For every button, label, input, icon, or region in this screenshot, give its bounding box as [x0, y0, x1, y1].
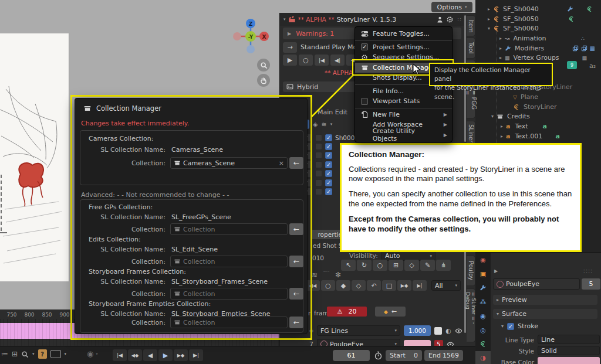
material-users-field[interactable]: 5	[582, 278, 600, 290]
gear-icon[interactable]	[446, 16, 454, 23]
tab-object-icon[interactable]: ▣	[475, 268, 491, 280]
grid-select-icon[interactable]: ⊞	[12, 350, 18, 358]
outliner-row[interactable]: ▾ SF_Sh0060	[475, 23, 601, 33]
record-icon[interactable]: ◉	[87, 349, 93, 358]
outliner-row[interactable]: ▸ a Text.001 a	[475, 131, 601, 141]
swatch-checkbox[interactable]	[315, 179, 322, 186]
refresh-tool-button[interactable]: ↻	[357, 260, 372, 271]
collapse-icon[interactable]: ▾	[488, 114, 497, 119]
key-diamond-button[interactable]: ◆	[336, 280, 350, 291]
play-button[interactable]: ▶	[158, 349, 173, 361]
chevron-down-icon[interactable]: ▾	[65, 352, 67, 356]
collection-input[interactable]: Collection	[170, 256, 288, 267]
base-color-swatch[interactable]	[538, 357, 600, 364]
restore-collection-button[interactable]: ←	[289, 288, 303, 300]
goto-key-button[interactable]: ◆ ←	[375, 307, 406, 317]
collection-input[interactable]: Collection	[170, 223, 288, 235]
tab-physics-icon[interactable]: ◉	[475, 310, 491, 322]
expand-icon[interactable]: ▸	[498, 124, 506, 129]
dot-button[interactable]: ○	[321, 280, 335, 291]
prev-mode-button[interactable]: →	[283, 42, 297, 53]
menu-item-feature-toggles[interactable]: Feature Toggles...	[355, 29, 452, 39]
surface-section-header[interactable]: ▾ Surface	[493, 309, 597, 319]
material-slot[interactable]: PoulpeEye	[493, 278, 580, 290]
menu-item-project-settings[interactable]: ✓ Project Settings...	[355, 42, 452, 53]
outliner-row[interactable]: ▸ SF_Sh0050	[475, 14, 601, 24]
window-icon[interactable]	[50, 350, 61, 358]
line-type-dropdown[interactable]: Line	[538, 335, 600, 344]
swatch-enabled-checkbox[interactable]: ✓	[325, 134, 332, 141]
swatch-enabled-checkbox[interactable]: ✓	[325, 161, 332, 168]
outliner-row[interactable]: ▸ ▦ Vertex Groups ▦	[475, 53, 601, 63]
start-frame-field[interactable]: Start 0	[386, 350, 422, 361]
swatch-enabled-checkbox[interactable]: ✓	[325, 188, 332, 195]
drag-dots-icon[interactable]: ::::	[583, 268, 593, 274]
swatch-checkbox[interactable]	[315, 134, 322, 141]
drag-dots-icon[interactable]: ::	[457, 16, 462, 22]
jump-start-button[interactable]: |◀	[315, 55, 329, 66]
undo-button[interactable]: ↶	[367, 280, 381, 291]
hybrid-row[interactable]: Hybrid	[283, 81, 360, 92]
jump-end-button[interactable]: ▶|	[413, 280, 427, 291]
restore-collection-button[interactable]: ←	[289, 317, 303, 328]
menu-item-new-file[interactable]: New File ▶	[355, 110, 452, 120]
eye-icon[interactable]	[455, 327, 462, 335]
tab-tool[interactable]: Tool	[467, 38, 475, 59]
circle-tool-button[interactable]: ○	[373, 260, 387, 271]
style-dropdown[interactable]: Solid	[538, 346, 600, 355]
outliner-row[interactable]: ▸ ↝ Animation ∴	[475, 33, 601, 43]
swatch-checkbox[interactable]	[315, 170, 322, 177]
swatch-enabled-checkbox[interactable]: ✓	[325, 143, 332, 150]
tab-poulpy[interactable]: Poulpy	[467, 256, 475, 286]
onion-skin-icon[interactable]: ≋	[312, 271, 318, 279]
collapse-icon[interactable]: ▾	[501, 324, 504, 329]
opacity-slider[interactable]: 1.000	[404, 325, 431, 336]
diamond-icon[interactable]: ◈	[313, 121, 318, 128]
jump-end-button[interactable]: ▶|	[189, 349, 203, 361]
expand-icon[interactable]: ▸	[498, 134, 506, 139]
eyedropper-tool-button[interactable]: ✎	[420, 260, 435, 271]
swatch-checkbox[interactable]	[315, 188, 322, 195]
tab-render-icon[interactable]: ◉	[475, 254, 491, 266]
grid-tool-button[interactable]: ⊞	[389, 260, 403, 271]
cameras-collection-input[interactable]: Cameras_Scene ×	[170, 157, 288, 169]
clear-icon[interactable]: ×	[279, 159, 284, 167]
collection-input[interactable]: Collection	[170, 317, 288, 328]
collapse-icon[interactable]: ▾	[485, 26, 493, 31]
chevron-down-icon[interactable]: ▾	[96, 352, 98, 356]
select-tool-button[interactable]: ↖	[341, 260, 356, 271]
panel-collapse-icon[interactable]: ▾	[283, 17, 286, 22]
current-frame-field[interactable]: 61	[333, 350, 370, 361]
menu-item-create-utility-objects[interactable]: Create Utility Objects ▶	[355, 130, 452, 141]
restore-collection-button[interactable]: ←	[289, 157, 303, 169]
swatch-checkbox[interactable]	[315, 161, 322, 168]
expand-icon[interactable]: ▸	[497, 36, 505, 41]
empty-tool-button[interactable]: ◇	[404, 260, 419, 271]
restore-collection-button[interactable]: ←	[289, 223, 303, 235]
prev-key-button[interactable]: ◀|	[330, 55, 345, 66]
tab-sliner-debug[interactable]: = SLiner = - Debug	[467, 288, 475, 342]
chevron-down-icon[interactable]: ▾	[330, 122, 333, 127]
expand-icon[interactable]: ▸	[485, 16, 493, 22]
key-outline-button[interactable]: ◇	[352, 280, 366, 291]
next-keyframe-button[interactable]: ▶◆	[174, 349, 188, 361]
chevron-down-icon[interactable]: ▾	[32, 352, 35, 356]
viewport-pan-button[interactable]	[257, 74, 270, 87]
swatch-checkbox[interactable]	[315, 143, 322, 150]
swatch-checkbox[interactable]	[315, 152, 322, 159]
stopwatch-icon[interactable]	[374, 351, 383, 360]
tab-constraints-icon[interactable]: ◎	[475, 324, 491, 336]
outliner-row[interactable]: ▾ Credits	[475, 111, 601, 121]
snowflake-icon[interactable]: ✻	[335, 271, 341, 279]
fg-lines-dropdown[interactable]: FG Lines▾	[317, 325, 400, 336]
help-book-icon[interactable]: ?	[38, 349, 47, 359]
expand-icon[interactable]: ▸	[497, 55, 505, 60]
outliner-row[interactable]: StoryLiner	[475, 102, 601, 112]
end-frame-field[interactable]: End 1569	[424, 350, 463, 361]
layers-icon[interactable]: ≋	[321, 121, 326, 128]
play-small-button[interactable]: ▶	[283, 55, 297, 66]
outliner-row[interactable]: ▸ a Text a	[475, 121, 601, 131]
stroke-checkbox[interactable]: ✓	[507, 323, 514, 330]
arc-icon[interactable]: ⌒	[323, 270, 330, 280]
outliner-row[interactable]: ▸ Modifiers ▦	[475, 43, 601, 53]
